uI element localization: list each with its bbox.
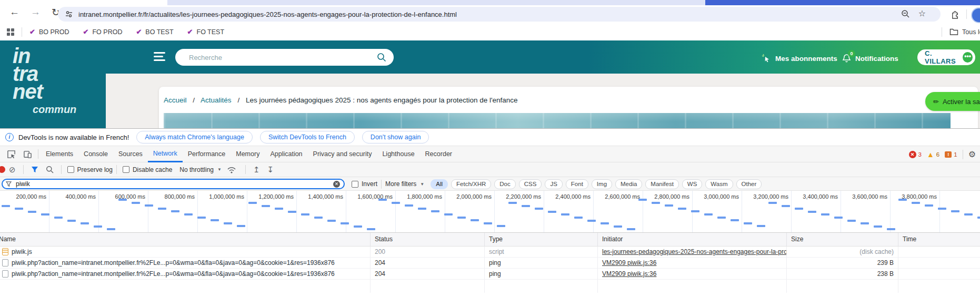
initiator-link[interactable]: les-journees-pedagogiques-2025-nos-agent… [602,248,786,255]
folder-icon[interactable] [949,28,958,36]
breadcrumb-section-link[interactable]: Actualités [201,96,232,104]
disable-cache-label[interactable]: Disable cache [133,166,172,173]
notifications-link[interactable]: 0 Notifications [842,54,898,63]
column-header-name[interactable]: Name [0,233,370,246]
column-header-time[interactable]: Time [898,233,980,246]
filter-chip[interactable]: Fetch/XHR [451,179,491,189]
bookmark-item[interactable]: FO PROD [83,28,123,36]
devtools-tab[interactable]: Application [265,146,307,162]
preserve-log-label[interactable]: Preserve log [77,166,113,173]
inspect-icon[interactable] [7,150,16,159]
network-filter-input[interactable] [15,180,333,188]
devtools-tab[interactable]: Elements [41,146,78,162]
request-name-cell[interactable]: piwik.js [0,247,370,257]
warning-badge-icon[interactable]: ▲ [927,151,934,158]
filter-chip[interactable]: Wasm [705,179,733,189]
devtools-tab[interactable]: Lighthouse [377,146,419,162]
request-name: piwik.php?action_name=intranet.montpelli… [12,258,335,268]
invert-checkbox[interactable] [352,181,358,188]
logo-lines: intranet [0,40,106,100]
clear-filter-icon[interactable]: ✕ [333,181,340,188]
column-header-size[interactable]: Size [786,233,898,246]
export-har-icon[interactable]: ↧ [267,166,274,173]
devtools-tab[interactable]: Console [78,146,113,162]
search-icon[interactable] [46,166,54,173]
bookmark-item[interactable]: FO TEST [187,28,224,36]
filter-chip[interactable]: CSS [519,179,542,189]
site-logo[interactable]: intranet commun [0,40,106,128]
filter-chip[interactable]: Font [566,179,588,189]
throttling-select[interactable]: No throttling [179,166,214,173]
filter-icon[interactable] [31,166,38,173]
disable-cache-checkbox[interactable] [123,166,129,173]
bookmark-favicon [29,28,35,36]
breadcrumb-home-link[interactable]: Accueil [164,96,187,104]
request-row[interactable]: piwik.php?action_name=intranet.montpelli… [0,269,980,280]
initiator-link[interactable]: VM2909 piwik.js:36 [602,259,656,266]
devtools-tab[interactable]: Privacy and security [308,146,377,162]
site-search-input[interactable] [188,53,377,62]
user-menu-dots-icon[interactable]: ••• [963,52,973,63]
back-button[interactable]: ← [9,6,19,18]
subscriptions-link[interactable]: Mes abonnements [762,54,837,63]
preserve-log-checkbox[interactable] [67,166,74,173]
devtools-tab[interactable]: Sources [113,146,148,162]
settings-gear-icon[interactable]: ⚙ [968,149,976,159]
network-filter-field[interactable]: ✕ [2,179,345,189]
filter-chip[interactable]: Doc [494,179,515,189]
import-har-icon[interactable]: ↥ [253,166,260,173]
filter-chip[interactable]: Manifest [645,179,678,189]
request-row[interactable]: piwik.js 200 script les-journees-pedagog… [0,247,980,258]
issues-badge-icon[interactable]: ! [945,151,952,158]
network-overview[interactable]: 200,000 ms400,000 ms600,000 ms800,000 ms… [0,191,980,233]
column-header-initiator[interactable]: Initiator [597,233,786,246]
devtools-tab[interactable]: Memory [231,146,265,162]
bookmark-item[interactable]: BO TEST [136,28,173,36]
request-name-cell[interactable]: piwik.php?action_name=intranet.montpelli… [0,269,370,279]
network-conditions-icon[interactable] [227,166,236,173]
error-badge-icon[interactable]: ✕ [909,151,916,158]
active-tab-remnant[interactable] [167,0,705,5]
banner-button[interactable]: Always match Chrome's language [136,131,253,143]
tune-icon[interactable] [65,10,73,18]
clear-icon[interactable]: ⊘ [9,166,16,173]
site-search[interactable] [175,49,394,66]
device-toolbar-icon[interactable] [23,150,32,159]
request-initiator-cell: les-journees-pedagogiques-2025-nos-agent… [597,247,786,257]
initiator-link[interactable]: VM2909 piwik.js:36 [602,270,656,278]
devtools-tab[interactable]: Network [148,146,183,162]
menu-hamburger-icon[interactable] [154,52,165,63]
filter-chip[interactable]: Img [592,179,612,189]
profile-avatar[interactable] [971,7,980,23]
zoom-out-icon[interactable] [901,9,910,18]
filter-chip[interactable]: WS [682,179,703,189]
banner-button[interactable]: Don't show again [362,131,429,143]
activate-edit-button[interactable]: ✏ Activer la sa [925,92,980,111]
filter-chip[interactable]: Other [736,179,762,189]
filter-chips: AllFetch/XHRDocCSSJSFontImgMediaManifest… [431,179,765,189]
search-icon[interactable] [377,53,386,62]
extensions-icon[interactable] [951,9,961,19]
request-name-cell[interactable]: piwik.php?action_name=intranet.montpelli… [0,258,370,268]
bookmark-star-icon[interactable]: ☆ [918,8,926,18]
column-header-status[interactable]: Status [370,233,484,246]
invert-label[interactable]: Invert [362,180,377,188]
record-button[interactable] [0,166,5,173]
omnibox[interactable]: intranet.montpellier.fr/fr/actualites/le… [58,7,941,22]
apps-grid-icon[interactable] [7,28,14,36]
column-header-type[interactable]: Type [484,233,597,246]
user-menu[interactable]: C. VILLARS ••• [917,49,975,65]
bookmark-item[interactable]: BO PROD [29,28,69,36]
filter-chip[interactable]: All [431,179,448,189]
divider [942,27,942,37]
banner-button[interactable]: Switch DevTools to French [260,131,355,143]
filter-chip[interactable]: JS [545,179,562,189]
all-bookmarks-label[interactable]: Tous le [962,28,980,36]
devtools-tab[interactable]: Performance [183,146,231,162]
network-overview-waterfall[interactable] [0,191,980,232]
more-filters-button[interactable]: More filters [385,180,416,188]
devtools-tab[interactable]: Recorder [420,146,457,162]
filter-chip[interactable]: Media [615,179,642,189]
request-row[interactable]: piwik.php?action_name=intranet.montpelli… [0,258,980,269]
forward-button[interactable]: → [31,6,41,18]
